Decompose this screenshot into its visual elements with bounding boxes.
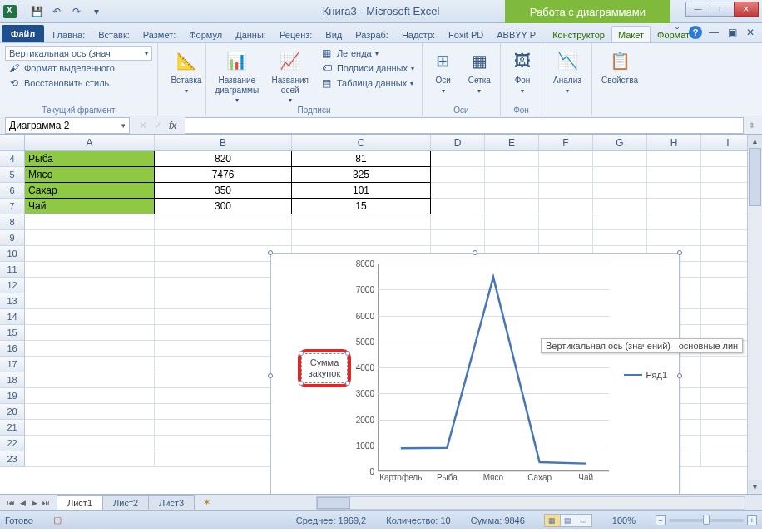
axes-button[interactable]: ⊞Оси [428, 46, 459, 104]
tab-конструктор[interactable]: Конструктор [546, 26, 611, 42]
tab-foxit pd[interactable]: Foxit PD [442, 26, 490, 42]
cell-A10[interactable] [25, 246, 155, 262]
row-header[interactable]: 19 [0, 388, 25, 404]
cell-H7[interactable] [647, 199, 701, 214]
axis-titles-button[interactable]: 📈 Названия осей [268, 46, 313, 104]
scroll-thumb[interactable] [749, 148, 761, 206]
cell-A22[interactable] [25, 436, 155, 451]
tab-формул[interactable]: Формул [182, 26, 229, 42]
row-header[interactable]: 23 [0, 451, 25, 467]
tab-nav-next-icon[interactable]: ▶ [28, 499, 40, 507]
row-header[interactable]: 16 [0, 341, 25, 357]
cell-E8[interactable] [485, 214, 539, 230]
view-pagebreak-button[interactable]: ▭ [576, 514, 592, 527]
formula-input[interactable] [185, 117, 744, 134]
cell-D9[interactable] [431, 230, 485, 246]
cell-F9[interactable] [539, 230, 593, 246]
selection-dropdown[interactable]: Вертикальная ось (знач▾ [5, 46, 152, 61]
plot-area[interactable]: 010002000300040005000600070008000 Картоф… [378, 264, 609, 486]
tab-file[interactable]: Файл [2, 25, 44, 42]
cell-A9[interactable] [25, 230, 155, 246]
cell-H4[interactable] [647, 151, 701, 167]
line-series[interactable] [401, 277, 586, 463]
row-header[interactable]: 7 [0, 199, 25, 214]
expand-formula-icon[interactable]: ⇕ [745, 121, 759, 130]
row-header[interactable]: 6 [0, 183, 25, 199]
zoom-in-button[interactable]: + [747, 515, 757, 525]
qat-more-icon[interactable]: ▾ [87, 2, 106, 21]
background-button[interactable]: 🖼Фон [506, 46, 539, 95]
cell-A13[interactable] [25, 293, 155, 309]
properties-button[interactable]: 📋Свойства [597, 46, 642, 86]
macro-record-icon[interactable]: ▢ [53, 515, 62, 525]
cell-F6[interactable] [539, 183, 593, 199]
cell-A15[interactable] [25, 325, 155, 341]
cell-B6[interactable]: 350 [155, 183, 292, 199]
cell-A12[interactable] [25, 278, 155, 293]
cell-C4[interactable]: 81 [292, 151, 431, 167]
minimize-button[interactable]: — [685, 2, 710, 17]
save-icon[interactable]: 💾 [27, 2, 46, 21]
row-header[interactable]: 12 [0, 278, 25, 293]
gridlines-button[interactable]: ▦Сетка [464, 46, 496, 104]
help-icon[interactable]: ? [689, 26, 702, 39]
row-header[interactable]: 20 [0, 404, 25, 420]
sheet-tab[interactable]: Лист3 [148, 495, 195, 510]
row-header[interactable]: 15 [0, 325, 25, 341]
cell-B7[interactable]: 300 [155, 199, 292, 214]
tab-данны:[interactable]: Данны: [229, 26, 273, 42]
cell-A20[interactable] [25, 404, 155, 420]
insert-button[interactable]: 📐 Вставка [163, 46, 210, 95]
chart-title-button[interactable]: 📊 Название диаграммы [211, 46, 263, 104]
col-header-B[interactable]: B [155, 135, 292, 150]
cell-C8[interactable] [292, 214, 431, 230]
doc-close-icon[interactable]: ✕ [744, 26, 757, 39]
row-header[interactable]: 22 [0, 436, 25, 451]
cell-A23[interactable] [25, 451, 155, 467]
cell-C6[interactable]: 101 [292, 183, 431, 199]
row-header[interactable]: 13 [0, 293, 25, 309]
cancel-fx-icon[interactable]: ✕ [139, 120, 147, 131]
cell-A7[interactable]: Чай [25, 199, 155, 214]
redo-icon[interactable]: ↷ [67, 2, 86, 21]
name-box[interactable]: Диаграмма 2 ▾ [5, 117, 130, 134]
cell-G5[interactable] [593, 167, 647, 183]
cell-H5[interactable] [647, 167, 701, 183]
tab-разраб:[interactable]: Разраб: [349, 26, 395, 42]
cell-A19[interactable] [25, 388, 155, 404]
cell-G4[interactable] [593, 151, 647, 167]
tab-nav-first-icon[interactable]: ⏮ [5, 499, 17, 507]
data-labels-button[interactable]: 🏷Подписи данных [318, 61, 417, 76]
cell-E6[interactable] [485, 183, 539, 199]
row-header[interactable]: 11 [0, 262, 25, 278]
row-header[interactable]: 18 [0, 372, 25, 388]
vertical-scrollbar[interactable]: ▲ ▼ [747, 135, 762, 494]
cell-H6[interactable] [647, 183, 701, 199]
tab-главна:[interactable]: Главна: [46, 26, 92, 42]
cell-A21[interactable] [25, 420, 155, 436]
tab-abbyy p[interactable]: ABBYY P [490, 26, 542, 42]
chevron-down-icon[interactable]: ▾ [121, 121, 126, 130]
cell-G8[interactable] [593, 214, 647, 230]
cell-A11[interactable] [25, 262, 155, 278]
chart-legend[interactable]: Ряд1 [624, 370, 667, 380]
cell-A6[interactable]: Сахар [25, 183, 155, 199]
cell-D5[interactable] [431, 167, 485, 183]
tab-реценз:[interactable]: Реценз: [273, 26, 319, 42]
zoom-out-button[interactable]: − [656, 515, 666, 525]
cell-D6[interactable] [431, 183, 485, 199]
cell-D8[interactable] [431, 214, 485, 230]
cell-F5[interactable] [539, 167, 593, 183]
row-header[interactable]: 14 [0, 309, 25, 325]
tab-nav-prev-icon[interactable]: ◀ [17, 499, 28, 507]
cell-H8[interactable] [647, 214, 701, 230]
cell-E5[interactable] [485, 167, 539, 183]
col-header-C[interactable]: C [292, 135, 431, 150]
analysis-button[interactable]: 📉Анализ [547, 46, 587, 95]
row-header[interactable]: 8 [0, 214, 25, 230]
new-sheet-button[interactable]: ✶ [197, 497, 215, 508]
cell-G9[interactable] [593, 230, 647, 246]
view-layout-button[interactable]: ▤ [560, 514, 576, 527]
tab-вид[interactable]: Вид [319, 26, 349, 42]
zoom-slider[interactable] [669, 519, 744, 522]
